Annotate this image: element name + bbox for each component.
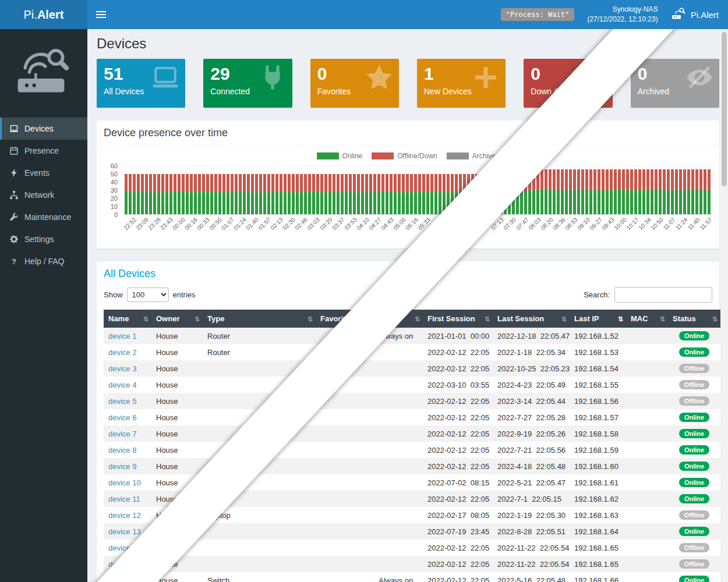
presence-bar [320, 174, 323, 214]
device-link[interactable]: device 4 [108, 381, 136, 389]
device-link[interactable]: device 14 [108, 560, 141, 569]
svg-text:?: ? [12, 257, 16, 266]
summary-card-down-alerts[interactable]: 0 Down Alerts [524, 59, 612, 108]
column-header-group[interactable]: Group⇅ [374, 310, 423, 328]
column-header-last-session[interactable]: Last Session⇅ [493, 310, 570, 328]
summary-card-new-devices[interactable]: 1 New Devices [417, 59, 506, 108]
online-segment [206, 191, 209, 214]
presence-bar [422, 174, 425, 214]
online-segment [386, 191, 388, 214]
online-segment [581, 190, 584, 214]
type-cell [203, 425, 316, 442]
question-icon: ? [9, 257, 19, 266]
favorite-cell [316, 377, 374, 393]
column-header-favorite[interactable]: Favorite⇅ [316, 310, 374, 328]
sidebar-toggle-button[interactable] [87, 0, 114, 29]
scrollbar-thumb[interactable] [722, 32, 727, 186]
warning-icon [579, 63, 607, 91]
name-cell: device 4 [104, 377, 151, 393]
offline-segment [504, 174, 507, 192]
presence-bar [630, 169, 633, 214]
device-link[interactable]: device 7 [108, 430, 136, 438]
presence-bar [349, 174, 352, 214]
brand-logo[interactable]: Pi.Alert [0, 0, 87, 29]
name-cell: device 1 [104, 328, 151, 344]
device-link[interactable]: device 9 [108, 462, 136, 471]
presence-bar [708, 169, 711, 214]
column-header-name[interactable]: Name⇅ [104, 310, 151, 328]
device-link[interactable]: device 14 [108, 544, 141, 552]
device-link[interactable]: device 5 [108, 397, 136, 406]
all-devices-panel: All Devices Show 100 entries Search: Nam… [97, 261, 719, 582]
device-link[interactable]: device 12 [108, 511, 141, 520]
presence-bar [671, 169, 674, 214]
session-cell: 2022-10-25 22:05.23 [493, 360, 570, 377]
summary-card-connected[interactable]: 29 Connected [203, 59, 292, 108]
summary-card-all-devices[interactable]: 51 All Devices [97, 59, 185, 108]
presence-bar [496, 174, 499, 214]
sidebar-item-devices[interactable]: Devices [0, 118, 87, 140]
device-link[interactable]: device 10 [108, 478, 141, 487]
column-header-mac[interactable]: MAC⇅ [626, 310, 668, 328]
online-segment [373, 192, 376, 214]
sidebar-item-events[interactable]: Events [0, 162, 87, 184]
group-cell [374, 442, 423, 458]
sidebar-item-maintenance[interactable]: Maintenance [0, 206, 87, 228]
plot-area: 0102030405060 22:5223:0923:2823:4300:000… [123, 166, 712, 240]
summary-card-archived[interactable]: 0 Archived [631, 59, 719, 108]
summary-card-favorites[interactable]: 0 Favorites [310, 59, 399, 108]
user-menu[interactable]: Pi.Alert [671, 8, 719, 22]
device-link[interactable]: device 8 [108, 446, 136, 455]
owner-cell: House [151, 474, 203, 491]
vertical-scrollbar[interactable] [720, 29, 728, 582]
user-label: Pi.Alert [691, 10, 719, 20]
device-link[interactable]: device 11 [108, 495, 140, 503]
online-segment [483, 192, 486, 214]
gear-icon [9, 235, 19, 244]
devices-table-title: All Devices [97, 261, 719, 282]
online-segment [549, 190, 552, 214]
name-cell: device 14 [104, 556, 151, 572]
column-header-owner[interactable]: Owner⇅ [151, 310, 203, 328]
x-axis-label: 00:16 [185, 216, 197, 240]
device-link[interactable]: device 15 [108, 576, 141, 582]
column-header-status[interactable]: Status⇅ [668, 310, 720, 328]
status-cell: Offline [668, 556, 720, 572]
presence-bar [598, 169, 600, 214]
sort-icon: ⇅ [660, 315, 665, 322]
session-cell: 2022-1-19 22:05.30 [493, 507, 570, 523]
entries-select[interactable]: 100 [127, 288, 169, 302]
sidebar-item-presence[interactable]: Presence [0, 140, 87, 162]
legend-online[interactable]: Online [317, 152, 363, 160]
session-cell: 2022-02-12 22:05 [423, 393, 493, 409]
offline-segment [528, 169, 531, 190]
online-segment [434, 192, 437, 214]
column-header-last-ip[interactable]: Last IP⇅ [570, 310, 626, 328]
sidebar-item-settings[interactable]: Settings [0, 228, 87, 250]
presence-bar [516, 174, 519, 214]
column-label: Group [379, 314, 401, 323]
device-link[interactable]: device 1 [108, 332, 136, 340]
device-link[interactable]: device 13 [108, 527, 141, 536]
legend-offline-down[interactable]: Offline/Down [372, 152, 437, 160]
status-badge: Offline [679, 364, 710, 373]
search-input[interactable] [614, 287, 712, 303]
column-header-first-session[interactable]: First Session⇅ [423, 310, 493, 328]
device-link[interactable]: device 6 [108, 413, 136, 422]
name-cell: device 14 [104, 540, 151, 556]
presence-bar [398, 174, 401, 214]
online-segment [125, 192, 128, 214]
device-row: device 2HouseRouter2022-02-12 22:052022-… [104, 344, 720, 360]
column-header-type[interactable]: Type⇅ [203, 310, 316, 328]
online-segment [447, 192, 450, 214]
sidebar-item-help-faq[interactable]: ? Help / FAQ [0, 250, 87, 272]
online-segment [642, 190, 645, 214]
device-link[interactable]: device 2 [108, 348, 136, 357]
sidebar-item-network[interactable]: Network [0, 184, 87, 206]
presence-bar [475, 174, 478, 214]
legend-archived[interactable]: Archived [447, 152, 500, 160]
status-cell: Online [668, 491, 720, 507]
offline-segment [259, 174, 262, 192]
device-link[interactable]: device 3 [108, 364, 136, 373]
type-cell [203, 523, 316, 540]
